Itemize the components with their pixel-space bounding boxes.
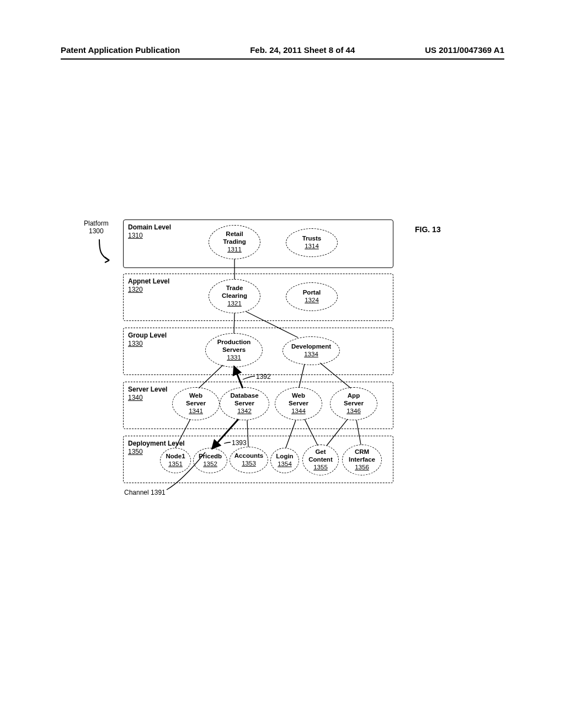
node-login: Login 1354	[270, 448, 299, 473]
node-num: 1342	[237, 408, 252, 415]
node-num: 1353	[242, 460, 256, 468]
header-right: US 2011/0047369 A1	[425, 45, 504, 55]
node-num: 1314	[305, 243, 319, 250]
node-label: Retail	[226, 231, 243, 238]
node-trusts: Trusts 1314	[286, 228, 338, 257]
group-level-num: 1330	[128, 340, 143, 347]
node-label: Interface	[349, 456, 375, 464]
node-database-server: Database Server 1342	[220, 387, 269, 420]
header-center: Feb. 24, 2011 Sheet 8 of 44	[250, 45, 355, 55]
figure-label: FIG. 13	[415, 225, 441, 234]
node-web-server-1: Web Server 1341	[172, 387, 220, 420]
node-development: Development 1334	[282, 336, 340, 365]
domain-level-name: Domain Level	[128, 223, 171, 231]
platform-arrow-icon	[93, 238, 115, 265]
node-label: Get	[315, 448, 326, 456]
deployment-level-name: Deployment Level	[128, 440, 185, 447]
channel-1391-label: Channel 1391	[124, 489, 166, 496]
node-num: 1334	[304, 351, 318, 358]
domain-level-title: Domain Level 1310	[128, 223, 171, 240]
page-header: Patent Application Publication Feb. 24, …	[0, 45, 565, 55]
node-retail-trading: Retail Trading 1311	[209, 225, 260, 259]
node-label: Trusts	[302, 235, 322, 243]
node-num: 1344	[291, 408, 306, 415]
node-label: Content	[308, 456, 332, 464]
domain-level-num: 1310	[128, 232, 143, 239]
node-node1: Node1 1351	[160, 448, 191, 473]
node-label: Clearing	[222, 292, 247, 300]
node-num: 1321	[227, 300, 242, 308]
node-num: 1324	[305, 297, 319, 304]
node-label: Login	[276, 453, 293, 461]
node-accounts: Accounts 1353	[230, 447, 268, 473]
node-num: 1341	[189, 408, 203, 415]
node-num: 1311	[227, 246, 242, 254]
node-label: App	[348, 392, 360, 400]
callout-1393: 1393	[232, 439, 247, 447]
node-label: Database	[230, 392, 258, 400]
node-pricedb: Pricedb 1352	[193, 448, 227, 473]
node-num: 1354	[278, 461, 292, 468]
appnet-level-num: 1320	[128, 286, 143, 293]
group-level-name: Group Level	[128, 331, 167, 339]
server-level-title: Server Level 1340	[128, 386, 167, 402]
node-label: Server	[234, 400, 254, 408]
node-num: 1351	[168, 461, 183, 468]
node-app-server: App Server 1346	[330, 387, 377, 420]
appnet-level-name: Appnet Level	[128, 277, 169, 285]
node-label: Trading	[223, 238, 246, 246]
node-production-servers: Production Servers 1331	[205, 333, 263, 367]
node-label: CRM	[355, 448, 369, 456]
appnet-level-title: Appnet Level 1320	[128, 277, 169, 294]
platform-text: Platform	[84, 220, 109, 227]
node-label: Server	[289, 400, 308, 408]
node-portal: Portal 1324	[286, 282, 338, 311]
node-web-server-2: Web Server 1344	[275, 387, 322, 420]
node-label: Production	[217, 339, 251, 346]
node-label: Servers	[222, 346, 246, 354]
node-trade-clearing: Trade Clearing 1321	[209, 279, 260, 313]
node-label: Pricedb	[199, 453, 222, 461]
group-level-title: Group Level 1330	[128, 331, 167, 348]
header-left: Patent Application Publication	[61, 45, 180, 55]
node-label: Server	[344, 400, 364, 408]
server-level-name: Server Level	[128, 386, 167, 393]
node-num: 1356	[355, 464, 369, 472]
platform-label: Platform 1300	[84, 220, 109, 235]
node-num: 1355	[313, 464, 328, 472]
node-label: Web	[189, 392, 202, 400]
node-crm-interface: CRM Interface 1356	[342, 445, 382, 475]
node-num: 1346	[347, 408, 361, 415]
node-label: Web	[292, 392, 305, 400]
node-label: Server	[186, 400, 206, 408]
node-label: Trade	[226, 285, 243, 292]
node-label: Development	[291, 343, 331, 351]
platform-num: 1300	[84, 227, 109, 235]
node-get-content: Get Content 1355	[302, 445, 339, 475]
node-label: Portal	[303, 289, 321, 297]
server-level-num: 1340	[128, 394, 143, 402]
callout-1392: 1392	[256, 373, 271, 381]
deployment-level-num: 1350	[128, 448, 143, 456]
header-rule	[61, 58, 504, 60]
node-label: Node1	[166, 453, 185, 461]
node-label: Accounts	[234, 452, 263, 460]
node-num: 1331	[227, 354, 241, 362]
node-num: 1352	[203, 461, 217, 468]
